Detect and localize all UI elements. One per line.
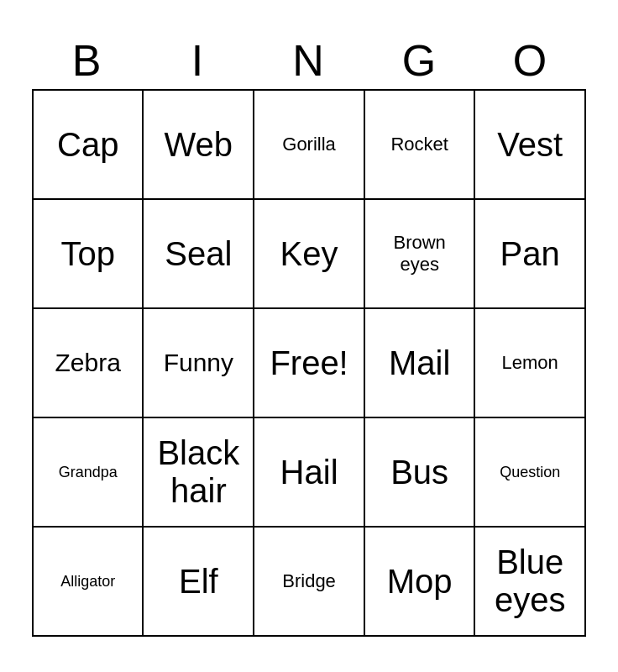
cell-1-3[interactable]: Browneyes xyxy=(364,199,474,308)
cell-1-1[interactable]: Seal xyxy=(143,199,254,308)
cell-3-0[interactable]: Grandpa xyxy=(33,417,143,527)
cell-0-1[interactable]: Web xyxy=(143,90,254,199)
cell-2-1[interactable]: Funny xyxy=(143,308,254,417)
cell-3-3[interactable]: Bus xyxy=(364,417,474,527)
cell-1-2[interactable]: Key xyxy=(254,199,364,308)
cell-0-0[interactable]: Cap xyxy=(33,90,143,199)
letter-g: G xyxy=(364,35,475,86)
bingo-grid: CapWebGorillaRocketVestTopSealKeyBrowney… xyxy=(32,89,586,637)
cell-0-3[interactable]: Rocket xyxy=(364,90,474,199)
cell-3-4[interactable]: Question xyxy=(474,417,585,527)
cell-1-4[interactable]: Pan xyxy=(474,199,585,308)
letter-i: I xyxy=(143,35,254,86)
cell-3-1[interactable]: Blackhair xyxy=(143,417,254,527)
cell-0-2[interactable]: Gorilla xyxy=(254,90,364,199)
cell-2-2[interactable]: Free! xyxy=(254,308,364,417)
letter-o: O xyxy=(475,35,586,86)
bingo-header: B I N G O xyxy=(32,35,586,86)
cell-3-2[interactable]: Hail xyxy=(254,417,364,527)
cell-4-4[interactable]: Blueeyes xyxy=(474,527,585,636)
bingo-card: B I N G O CapWebGorillaRocketVestTopSeal… xyxy=(15,18,603,654)
cell-4-1[interactable]: Elf xyxy=(143,527,254,636)
cell-4-0[interactable]: Alligator xyxy=(33,527,143,636)
cell-4-3[interactable]: Mop xyxy=(364,527,474,636)
letter-n: N xyxy=(254,35,364,86)
letter-b: B xyxy=(32,35,143,86)
cell-4-2[interactable]: Bridge xyxy=(254,527,364,636)
cell-0-4[interactable]: Vest xyxy=(474,90,585,199)
cell-1-0[interactable]: Top xyxy=(33,199,143,308)
cell-2-0[interactable]: Zebra xyxy=(33,308,143,417)
cell-2-4[interactable]: Lemon xyxy=(474,308,585,417)
cell-2-3[interactable]: Mail xyxy=(364,308,474,417)
